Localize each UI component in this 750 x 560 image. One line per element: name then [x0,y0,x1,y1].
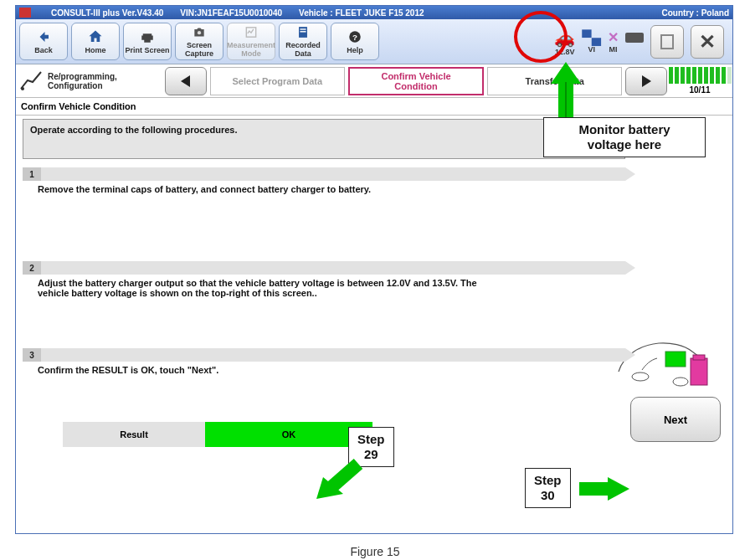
workflow-root: Re/programming, Configuration [19,70,162,92]
bc-active-label: Confirm Vehicle Condition [381,71,450,91]
step-3-text: Confirm the RESULT is OK, touch "Next". [38,365,625,375]
measure-label: Measurement Mode [227,41,275,58]
home-icon [87,29,104,44]
mi-indicator: ✕ MI [608,29,619,54]
workflow-root-label: Re/programming, Configuration [48,72,117,90]
close-button[interactable]: ✕ [691,25,724,59]
print-screen-button[interactable]: Print Screen [123,23,172,60]
progress-text: 10/11 [690,85,711,95]
breadcrumb-step-select-program-data: Select Program Data [210,67,345,95]
annotation-step-30-box: Step 30 [525,468,571,508]
result-value: OK [205,422,372,447]
back-label: Back [34,46,53,54]
main-toolbar: Back Home Print Screen Screen Capture Me… [16,19,732,64]
annotation-step-29-text: Step 29 [357,432,385,461]
triangle-left-icon [178,74,193,89]
printer-icon [139,29,156,44]
print-label: Print Screen [125,46,169,54]
measurement-icon [243,25,259,39]
svg-rect-14 [693,355,705,360]
back-arrow-icon [35,29,52,44]
breadcrumb-prev-button[interactable] [165,67,207,95]
help-icon: ? [347,29,363,44]
svg-rect-13 [691,358,707,385]
recorded-label: Recorded Data [285,41,321,58]
mi-label: MI [609,45,618,54]
annotation-arrow-to-battery-voltage [532,59,599,122]
svg-rect-12 [665,352,686,367]
step-3: 3 Confirm the RESULT is OK, touch "Next"… [23,348,625,375]
capture-label: Screen Capture [185,41,213,58]
blank-sheet-icon [659,33,676,50]
figure-caption-text: Figure 15 [350,545,399,558]
workflow-progress: 10/11 [670,67,729,95]
help-label: Help [347,46,363,54]
measurement-mode-button: Measurement Mode [227,23,275,60]
titlebar-text-3: Vehicle : FLEET JUKE F15 2012 [299,8,424,18]
help-button[interactable]: ? Help [331,23,379,60]
battery-level-indicator [625,33,644,51]
section-header: Confirm Vehicle Condition [16,98,732,116]
step-2-text: Adjust the battery charger output so tha… [38,278,506,298]
vi-indicator: ▀▄ VI [582,30,601,54]
camera-icon [191,25,208,39]
instruction-box: Operate according to the following proce… [23,119,625,159]
vi-device-icon: ▀▄ [582,30,601,45]
step-2-number: 2 [23,261,41,275]
annotation-arrow-step-30 [576,474,634,504]
step-3-number: 3 [23,348,41,362]
reprogramming-icon [19,70,44,92]
home-label: Home [85,46,105,54]
workflow-breadcrumb: Re/programming, Configuration Select Pro… [16,64,732,98]
svg-point-0 [198,31,201,34]
result-value-text: OK [282,429,296,439]
step-chevron-bar [41,348,625,362]
annotation-monitor-battery-text: Monitor battery voltage here [578,122,670,152]
next-button-label: Next [664,414,687,426]
section-title: Confirm Vehicle Condition [21,101,136,111]
mi-x-icon: ✕ [608,29,619,45]
svg-rect-4 [300,31,306,32]
svg-point-8 [21,87,24,90]
battery-icon [625,33,644,43]
result-label: Result [63,422,205,447]
triangle-right-icon [639,74,654,89]
titlebar-text-1: CONSULT-III plus Ver.V43.40 [51,8,163,18]
annotation-monitor-battery-box: Monitor battery voltage here [543,117,706,157]
content-area: Operate according to the following proce… [16,116,732,454]
step-2: 2 Adjust the battery charger output so t… [23,261,625,298]
svg-text:?: ? [352,32,357,41]
back-button[interactable]: Back [19,23,68,60]
svg-rect-7 [661,35,673,49]
annotation-battery-voltage-circle [514,11,568,63]
bc-prev-label: Select Program Data [233,76,323,86]
screen-capture-button[interactable]: Screen Capture [175,23,223,60]
next-button[interactable]: Next [630,397,721,442]
step-1-number: 1 [23,167,41,181]
titlebar-text-4: Country : Poland [661,8,729,18]
step-chevron-bar [41,167,625,181]
instruction-text: Operate according to the following proce… [30,125,238,135]
titlebar-text-2: VIN:JN1FEAF15U0010040 [180,8,282,18]
progress-bars-icon [669,67,732,84]
recorded-data-icon [295,25,311,39]
app-logo-icon [19,8,31,18]
svg-rect-3 [300,28,306,29]
toolbar-square-button[interactable] [650,25,684,59]
close-icon: ✕ [699,30,716,54]
breadcrumb-step-confirm-vehicle-condition: Confirm Vehicle Condition [348,67,485,95]
step-1: 1 Remove the terminal caps of battery, a… [23,167,625,194]
home-button[interactable]: Home [71,23,120,60]
breadcrumb-next-button[interactable] [625,67,667,95]
step-1-text: Remove the terminal caps of battery, and… [38,184,625,194]
recorded-data-button[interactable]: Recorded Data [279,23,327,60]
annotation-arrow-step-29 [310,459,368,506]
figure-caption: Figure 15 [0,545,750,558]
status-group: 🚗 12.8V ▀▄ VI ✕ MI ✕ [549,23,729,60]
title-bar: CONSULT-III plus Ver.V43.40 VIN:JN1FEAF1… [16,6,732,19]
annotation-step-30-text: Step 30 [534,473,562,502]
vi-label: VI [588,45,595,54]
step-chevron-bar [41,261,625,275]
result-label-text: Result [120,429,148,439]
